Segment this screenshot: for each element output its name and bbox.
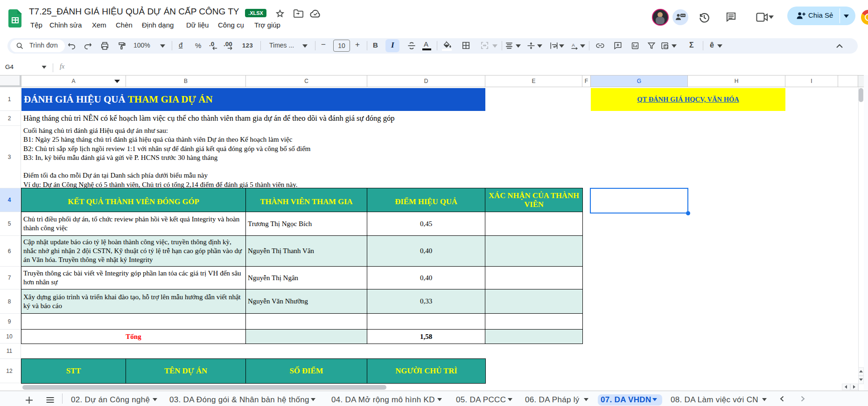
svg-text:A: A [572, 42, 575, 48]
